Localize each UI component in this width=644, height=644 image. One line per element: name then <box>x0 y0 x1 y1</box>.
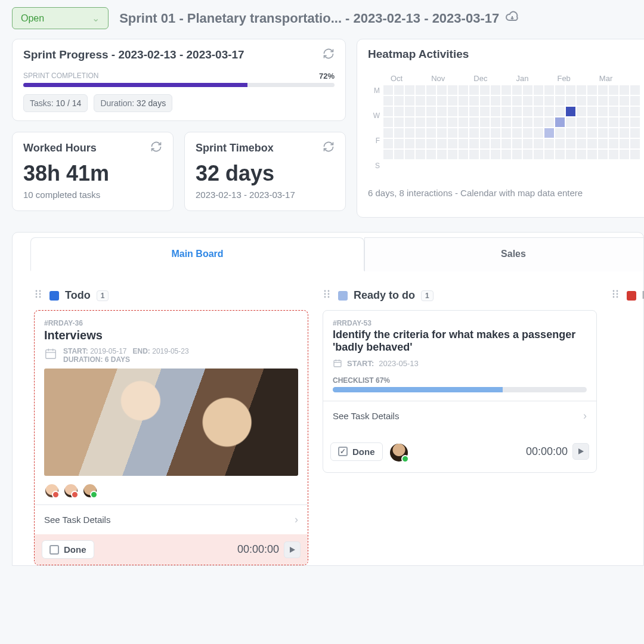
avatar[interactable] <box>44 483 60 499</box>
column-header-inprogress[interactable]: In <box>611 289 644 302</box>
checklist-label: CHECKLIST 67% <box>333 376 587 385</box>
task-end: 2019-05-23 <box>152 347 188 355</box>
svg-rect-13 <box>334 360 341 367</box>
avatar[interactable] <box>63 483 79 499</box>
task-card[interactable]: #RRDAY-53 Identify the criteria for what… <box>323 310 597 473</box>
task-card[interactable]: #RRDAY-36 Interviews START: 2019-05-17 E… <box>34 310 308 565</box>
duration-chip-label: Duration: <box>100 98 134 108</box>
heatmap-title: Heatmap Activities <box>368 48 640 61</box>
done-label: Done <box>64 544 86 555</box>
svg-point-16 <box>613 293 615 295</box>
tab-sales[interactable]: Sales <box>364 237 644 271</box>
task-duration: DURATION: 6 DAYS <box>63 355 189 364</box>
duration-chip-value: 32 days <box>137 98 166 108</box>
drag-handle-icon[interactable] <box>323 289 332 302</box>
refresh-icon[interactable] <box>323 141 335 155</box>
worked-hours-sub: 10 completed tasks <box>23 190 162 200</box>
timebox-value: 32 days <box>196 161 335 186</box>
column-header-todo[interactable]: Todo 1 <box>34 289 308 302</box>
timer-value: 00:00:00 <box>237 543 279 556</box>
task-start: 2019-05-17 <box>90 347 126 355</box>
completion-label: SPRINT COMPLETION <box>23 72 98 80</box>
column-name: Ready to do <box>354 289 415 302</box>
board-panel: Main Board Sales Todo 1 #RRDAY-36 Interv… <box>12 232 644 566</box>
column-name: Todo <box>65 289 91 302</box>
page-title: Sprint 01 - Planetary transportatio... -… <box>119 10 519 27</box>
timebox-sub: 2023-02-13 - 2023-03-17 <box>196 190 335 200</box>
svg-point-0 <box>36 290 38 292</box>
svg-point-11 <box>324 296 326 298</box>
task-start: 2023-05-13 <box>379 359 419 368</box>
svg-point-18 <box>613 296 615 298</box>
task-start-label: START: <box>347 359 374 368</box>
worked-hours-value: 38h 41m <box>23 161 162 186</box>
drag-handle-icon[interactable] <box>34 289 44 302</box>
column-count: 1 <box>97 290 109 301</box>
tasks-chip: Tasks: 10 / 14 <box>23 94 88 112</box>
done-button[interactable]: Done <box>42 540 94 559</box>
worked-hours-title: Worked Hours <box>23 142 97 154</box>
status-dropdown[interactable]: Open ⌄ <box>12 7 109 29</box>
svg-rect-6 <box>46 350 56 359</box>
refresh-icon[interactable] <box>323 48 335 62</box>
chevron-down-icon: ⌄ <box>92 13 100 24</box>
play-button[interactable] <box>572 443 589 460</box>
done-button[interactable]: Done <box>330 442 383 461</box>
checklist-bar <box>333 387 587 392</box>
svg-point-4 <box>36 296 38 298</box>
completion-bar <box>23 83 335 87</box>
refresh-icon[interactable] <box>150 141 162 155</box>
timebox-title: Sprint Timebox <box>196 142 274 154</box>
svg-point-17 <box>617 293 618 295</box>
column-count: 1 <box>421 290 434 301</box>
heatmap-months: OctNovDecJanFebMar <box>391 74 640 83</box>
calendar-icon <box>333 358 342 368</box>
see-task-details[interactable]: See Task Details › <box>323 401 596 431</box>
play-button[interactable] <box>284 541 301 558</box>
heatmap-note: 6 days, 8 interactions - Calendar with m… <box>368 188 640 198</box>
worked-hours-card: Worked Hours 38h 41m 10 completed tasks <box>12 132 174 211</box>
duration-chip: Duration: 32 days <box>94 94 172 112</box>
task-id: #RRDAY-36 <box>44 319 298 327</box>
svg-point-5 <box>39 296 41 298</box>
avatar[interactable] <box>82 483 98 499</box>
avatar[interactable] <box>389 442 409 463</box>
svg-point-19 <box>617 296 618 298</box>
cloud-download-icon[interactable] <box>505 10 519 27</box>
svg-point-10 <box>328 293 330 295</box>
task-id: #RRDAY-53 <box>333 319 587 327</box>
completion-percent: 72% <box>319 72 335 80</box>
column-color-icon <box>49 291 59 301</box>
svg-point-2 <box>36 293 38 295</box>
svg-point-14 <box>613 290 615 292</box>
svg-point-8 <box>328 290 330 292</box>
timer-value: 00:00:00 <box>526 445 568 458</box>
done-label: Done <box>352 447 375 457</box>
task-end-label: END: <box>133 347 150 355</box>
tasks-chip-label: Tasks: <box>30 98 54 108</box>
chevron-right-icon: › <box>583 410 587 422</box>
checkbox-checked-icon <box>338 447 348 456</box>
chevron-right-icon: › <box>295 513 298 526</box>
details-label: See Task Details <box>333 411 399 421</box>
svg-point-12 <box>328 296 330 298</box>
column-color-icon <box>627 291 636 301</box>
task-title: Interviews <box>44 329 298 342</box>
calendar-icon <box>44 347 57 360</box>
task-title: Identify the criteria for what makes a p… <box>333 329 587 354</box>
tasks-chip-value: 10 / 14 <box>56 98 82 108</box>
svg-point-7 <box>324 290 326 292</box>
drag-handle-icon[interactable] <box>611 289 621 302</box>
heatmap-day-labels: MWFS <box>368 85 380 170</box>
see-task-details[interactable]: See Task Details › <box>35 504 308 534</box>
tab-main-board[interactable]: Main Board <box>30 237 364 271</box>
timebox-card: Sprint Timebox 32 days 2023-02-13 - 2023… <box>184 132 346 211</box>
details-label: See Task Details <box>44 515 110 525</box>
svg-point-1 <box>39 290 41 292</box>
column-header-ready[interactable]: Ready to do 1 <box>323 289 597 302</box>
checkbox-icon <box>49 545 59 555</box>
svg-point-15 <box>617 290 618 292</box>
task-thumbnail <box>44 369 298 476</box>
heatmap-grid[interactable] <box>383 85 640 170</box>
column-color-icon <box>338 291 348 301</box>
